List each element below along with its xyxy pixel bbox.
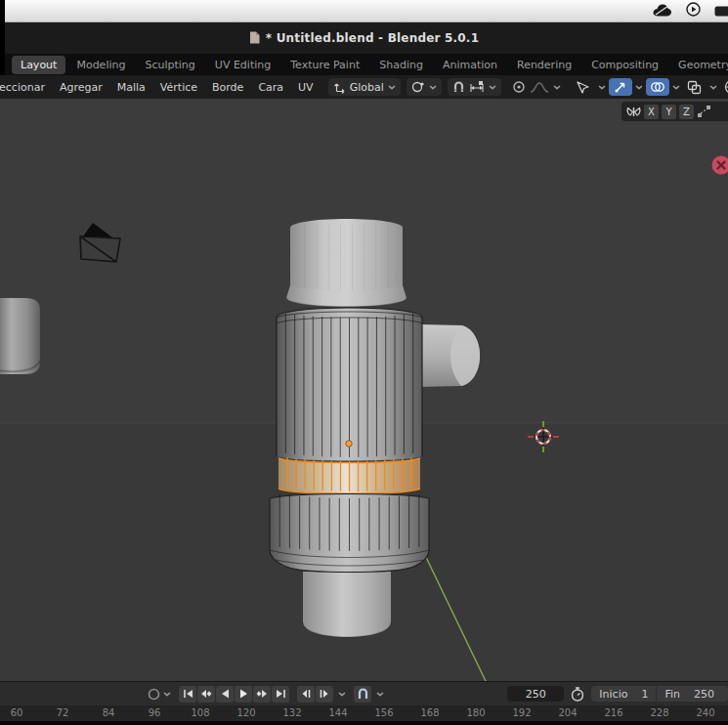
play-button[interactable] [235, 686, 252, 703]
menu-vértice[interactable]: Vértice [160, 81, 197, 94]
frame-end-field[interactable]: Fin 250 [657, 686, 728, 702]
tab-rendering[interactable]: Rendering [508, 56, 580, 74]
frame-end-value: 250 [694, 688, 714, 701]
menu-leccionar[interactable]: leccionar [0, 81, 45, 94]
ruler-tick: 60 [11, 707, 23, 718]
show-gizmo-toggle[interactable] [609, 78, 632, 96]
viewport-3d[interactable]: XYZ [0, 99, 728, 681]
menu-uv[interactable]: UV [298, 81, 314, 94]
next-keyframe-button[interactable] [253, 686, 271, 703]
orientation-axes-icon [333, 81, 346, 94]
shading-wireframe-icon [724, 79, 728, 95]
mesh-symmetry-overlay: XYZ [621, 102, 728, 121]
viewport-header: leccionarAgregarMallaVérticeBordeCaraUV … [0, 75, 728, 99]
tab-texture-paint[interactable]: Texture Paint [281, 56, 368, 74]
timeline-snap-button[interactable] [354, 686, 371, 703]
falloff-curve-icon [530, 81, 549, 94]
jump-start-icon [183, 689, 193, 699]
jump-to-end-button[interactable] [272, 686, 289, 703]
ruler-tick: 72 [57, 707, 69, 718]
menu-agregar[interactable]: Agregar [60, 81, 103, 94]
frame-start-value: 1 [641, 688, 648, 701]
proportional-editing-icon [512, 80, 526, 94]
close-badge[interactable] [712, 156, 728, 175]
tab-compositing[interactable]: Compositing [582, 56, 667, 74]
ruler-tick: 228 [650, 707, 668, 718]
prev-keyframe-icon [200, 689, 212, 699]
tab-uv-editing[interactable]: UV Editing [206, 56, 279, 74]
battery-icon [714, 2, 728, 21]
xray-icon [687, 80, 702, 95]
object-origin-dot [346, 441, 352, 447]
toggle-xray-button[interactable] [683, 78, 707, 96]
snap-dropdown[interactable] [448, 78, 501, 96]
frame-forward-button[interactable] [316, 686, 333, 703]
chevron-down-icon [553, 85, 561, 90]
tab-geometry-nodes[interactable]: Geometry Nodes [669, 56, 728, 74]
chevron-down-icon[interactable] [709, 85, 717, 90]
ruler-tick: 144 [328, 707, 347, 718]
tab-layout[interactable]: Layout [12, 56, 65, 74]
play-reverse-button[interactable] [216, 686, 234, 703]
chevron-down-icon[interactable] [598, 85, 606, 90]
workspace-tabbar: LayoutModelingSculptingUV EditingTexture… [0, 54, 728, 75]
symmetry-y-button[interactable]: Y [662, 105, 676, 119]
camera-object[interactable] [80, 223, 120, 262]
blend-file-icon [249, 29, 260, 48]
menu-cara[interactable]: Cara [258, 81, 283, 94]
frame-start-label: Inicio [599, 688, 627, 701]
chevron-down-icon[interactable] [338, 692, 346, 697]
cloud-icon[interactable] [653, 2, 672, 21]
ruler-tick: 240 [696, 707, 714, 718]
menu-malla[interactable]: Malla [117, 81, 146, 94]
shading-wireframe-button[interactable] [720, 78, 728, 96]
window-title-bar[interactable]: * Untitled.blend - Blender 5.0.1 [0, 22, 728, 54]
auto-keying-button[interactable] [145, 686, 162, 703]
tab-modeling[interactable]: Modeling [67, 56, 134, 74]
ruler-tick: 216 [604, 707, 622, 718]
timeline-ruler[interactable]: 6072849610812013214415616818019220421622… [0, 705, 728, 721]
tab-shading[interactable]: Shading [370, 56, 432, 74]
transform-orientation-dropdown[interactable]: Global [328, 78, 401, 96]
tab-sculpting[interactable]: Sculpting [136, 56, 203, 74]
mirror-butterfly-icon[interactable] [626, 106, 641, 118]
frame-start-field[interactable]: Inicio 1 [591, 686, 656, 702]
chevron-down-icon [489, 85, 496, 90]
ruler-tick: 156 [374, 707, 393, 718]
object-type-visibility-icon [576, 80, 590, 95]
chevron-down-icon[interactable] [163, 692, 171, 697]
symmetry-x-button[interactable]: X [644, 105, 659, 119]
show-overlays-toggle[interactable] [646, 78, 669, 96]
next-keyframe-icon [256, 689, 268, 699]
menu-borde[interactable]: Borde [212, 81, 243, 94]
timeline-header: 250 Inicio 1 Fin 250 [0, 681, 728, 705]
play-reverse-icon [221, 689, 230, 699]
pivot-point-dropdown[interactable] [407, 78, 442, 96]
proportional-editing-group[interactable] [507, 78, 566, 96]
record-circle-icon [148, 688, 160, 701]
frame-forward-icon [320, 689, 329, 699]
current-frame-field[interactable]: 250 [507, 686, 564, 702]
tab-animation[interactable]: Animation [434, 56, 506, 74]
symmetry-z-button[interactable]: Z [679, 105, 694, 119]
prev-keyframe-button[interactable] [197, 686, 215, 703]
ruler-tick: 84 [103, 707, 115, 718]
chevron-down-icon[interactable] [376, 692, 384, 697]
jump-to-start-button[interactable] [179, 686, 196, 703]
gizmo-icon [614, 80, 627, 94]
ruler-tick: 204 [558, 707, 577, 718]
chevron-down-icon[interactable] [635, 85, 643, 90]
orientation-label: Global [350, 81, 384, 94]
frame-back-icon [301, 689, 311, 699]
play-circle-icon[interactable] [686, 2, 701, 21]
screen-edge-strip [0, 0, 5, 75]
window-title: * Untitled.blend - Blender 5.0.1 [266, 31, 479, 45]
left-cylinder-object[interactable] [0, 298, 40, 374]
ruler-tick: 108 [191, 707, 209, 718]
chevron-down-icon [429, 85, 437, 90]
auto-merge-icon[interactable] [697, 105, 711, 118]
play-icon [239, 689, 248, 699]
frame-back-button[interactable] [297, 686, 315, 703]
chevron-down-icon[interactable] [672, 85, 680, 90]
object-type-visibility-dropdown[interactable] [572, 78, 595, 96]
